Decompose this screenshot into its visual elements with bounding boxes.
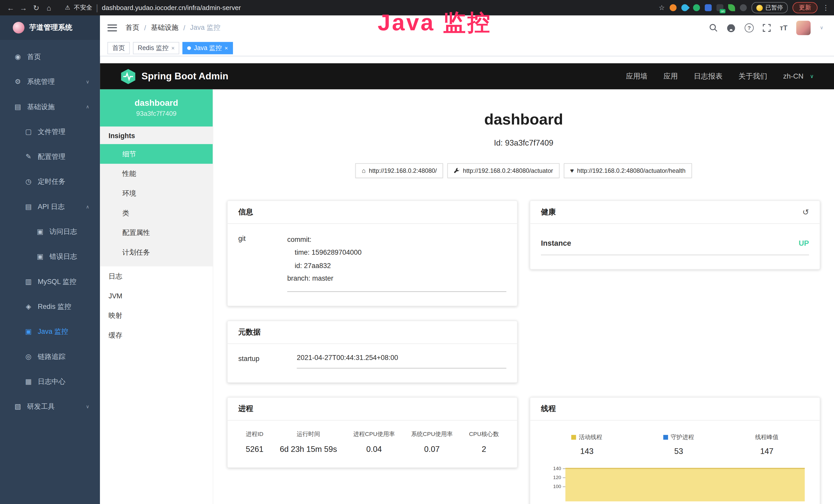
sidebar-item-error-logs[interactable]: ▣错误日志 <box>0 244 100 269</box>
sidebar-item-label: API 日志 <box>38 202 65 211</box>
process-col-process-cpu: 进程CPU使用率0.04 <box>353 430 395 453</box>
search-icon[interactable] <box>709 23 718 32</box>
info-card-title: 信息 <box>238 207 253 217</box>
document-icon: ▣ <box>36 228 44 235</box>
hamburger-icon[interactable] <box>107 24 117 31</box>
sidebar-item-system-management[interactable]: ⚙系统管理∨ <box>0 69 100 94</box>
font-size-icon[interactable]: тT <box>780 24 788 31</box>
process-card: 进程 进程ID5261 运行时间6d 23h 15m 59s 进程CPU使用率0… <box>227 397 518 467</box>
sidebar-item-log-center[interactable]: ▦日志中心 <box>0 369 100 394</box>
extension-icon-green[interactable] <box>693 4 700 11</box>
app-logo[interactable]: 芋道管理系统 <box>0 16 100 40</box>
process-header: 系统CPU使用率 <box>411 430 453 438</box>
back-icon[interactable]: ← <box>5 3 16 12</box>
browser-menu-icon[interactable]: ⋮ <box>822 4 829 12</box>
health-url-button[interactable]: ♥ http://192.168.0.2:48080/actuator/heal… <box>564 164 692 179</box>
sba-item-metrics[interactable]: 性能 <box>100 164 213 184</box>
reload-icon[interactable]: ↻ <box>31 3 41 12</box>
breadcrumb-infrastructure[interactable]: 基础设施 <box>151 23 178 32</box>
info-card: 信息 git commit: time: 1596289704000 id: 2… <box>227 201 518 306</box>
user-avatar[interactable] <box>796 21 811 35</box>
tab-home[interactable]: 首页 <box>107 42 130 54</box>
sidebar-item-access-logs[interactable]: ▣访问日志 <box>0 219 100 244</box>
sba-item-classes[interactable]: 类 <box>100 203 213 223</box>
address-bar[interactable]: ⚠ 不安全 dashboard.yudao.iocoder.cn/infra/a… <box>65 3 241 12</box>
extension-icon-vpn[interactable]: on <box>716 4 723 11</box>
breadcrumb-home[interactable]: 首页 <box>126 23 139 32</box>
extension-icon-drop[interactable] <box>680 3 690 13</box>
sidebar-item-scheduled-tasks[interactable]: ◷定时任务 <box>0 169 100 194</box>
service-url-button[interactable]: ⌂ http://192.168.0.2:48080/ <box>355 164 443 179</box>
sba-item-jvm[interactable]: JVM <box>100 286 213 306</box>
sba-nav-applications[interactable]: 应用 <box>663 72 678 81</box>
process-value: 2 <box>469 444 499 453</box>
avatar-caret-icon[interactable]: ∨ <box>820 25 824 30</box>
sidebar-item-tracing[interactable]: ◎链路追踪 <box>0 344 100 369</box>
sba-nav-wallboard[interactable]: 应用墙 <box>626 72 648 81</box>
git-commit-line: commit: <box>287 234 506 247</box>
sidebar-menu: ◉首页 ⚙系统管理∨ ▤基础设施∧ ▢文件管理 ✎配置管理 ◷定时任务 ▤API… <box>0 40 100 419</box>
sidebar-item-label: MySQL 监控 <box>38 277 76 286</box>
instance-name: dashboard <box>135 98 178 108</box>
threads-legend: 活动线程 143 守护进程 53 线程峰值 147 <box>541 430 809 455</box>
bookmark-star-icon[interactable]: ☆ <box>659 4 665 12</box>
close-icon[interactable] <box>224 45 228 51</box>
sidebar-item-mysql-monitor[interactable]: ▥MySQL 监控 <box>0 269 100 294</box>
update-button[interactable]: 更新 <box>792 2 817 13</box>
history-icon[interactable]: ↺ <box>803 207 809 217</box>
sba-item-details[interactable]: 细节 <box>100 144 213 164</box>
sba-item-scheduled-tasks[interactable]: 计划任务 <box>100 243 213 262</box>
sidebar-item-redis-monitor[interactable]: ◈Redis 监控 <box>0 294 100 319</box>
instance-header[interactable]: dashboard 93a3fc7f7409 <box>100 89 213 127</box>
browser-home-icon[interactable]: ⌂ <box>44 3 54 12</box>
gear-icon: ⚙ <box>14 77 22 86</box>
sba-brand[interactable]: Spring Boot Admin <box>120 68 228 84</box>
sba-locale-select[interactable]: zh-CN <box>783 72 804 81</box>
legend-value: 143 <box>571 446 602 456</box>
extension-icon-leaf[interactable] <box>728 4 735 11</box>
health-row-instance[interactable]: Instance UP <box>541 234 809 255</box>
health-url-label: http://192.168.0.2:48080/actuator/health <box>577 168 685 174</box>
fullscreen-icon[interactable] <box>763 24 771 31</box>
sba-item-logs[interactable]: 日志 <box>100 266 213 286</box>
sba-item-caches[interactable]: 缓存 <box>100 325 213 345</box>
process-header: 进程ID <box>246 430 264 438</box>
chevron-down-icon: ∨ <box>86 79 89 85</box>
breadcrumb: 首页 基础设施 Java 监控 <box>126 23 220 32</box>
health-row-label: Instance <box>541 239 571 248</box>
info-row-label: git <box>238 234 287 292</box>
sidebar-item-api-logs[interactable]: ▤API 日志∧ <box>0 194 100 219</box>
not-secure-warning-icon[interactable]: ⚠ <box>65 4 70 11</box>
forward-icon[interactable]: → <box>18 3 28 12</box>
sba-item-config-props[interactable]: 配置属性 <box>100 223 213 243</box>
sba-nav-journal[interactable]: 日志报表 <box>694 72 723 81</box>
sidebar-item-infrastructure[interactable]: ▤基础设施∧ <box>0 94 100 119</box>
sidebar-item-file-management[interactable]: ▢文件管理 <box>0 119 100 144</box>
document-icon: ▣ <box>36 253 44 260</box>
address-divider <box>96 3 98 12</box>
process-card-title: 进程 <box>238 404 253 413</box>
close-icon[interactable] <box>171 45 175 51</box>
tab-java-monitor[interactable]: Java 监控 <box>183 42 233 54</box>
extension-icon-paw[interactable] <box>740 4 747 11</box>
tab-redis-monitor[interactable]: Redis 监控 <box>133 42 179 54</box>
heartbeat-icon: ♥ <box>570 167 574 175</box>
extension-icon-orange[interactable] <box>670 4 677 11</box>
extension-icon-grid[interactable] <box>705 4 712 11</box>
sidebar-item-label: 研发工具 <box>27 402 55 411</box>
tab-label: Java 监控 <box>194 43 222 52</box>
sidebar-item-java-monitor[interactable]: ▣Java 监控 <box>0 319 100 344</box>
sba-item-mappings[interactable]: 映射 <box>100 306 213 325</box>
github-icon[interactable] <box>727 23 736 32</box>
help-icon[interactable]: ? <box>745 23 753 32</box>
sba-item-environment[interactable]: 环境 <box>100 183 213 203</box>
paused-badge[interactable]: 已暂停 <box>751 2 788 13</box>
sba-nav-about[interactable]: 关于我们 <box>739 72 767 81</box>
sidebar-item-config-management[interactable]: ✎配置管理 <box>0 144 100 169</box>
sidebar-item-home[interactable]: ◉首页 <box>0 44 100 69</box>
sidebar-item-dev-tools[interactable]: ▧研发工具∨ <box>0 394 100 419</box>
info-row-values: commit: time: 1596289704000 id: 27aa832 … <box>287 234 506 292</box>
breadcrumb-current: Java 监控 <box>190 23 220 32</box>
actuator-url-button[interactable]: http://192.168.0.2:48080/actuator <box>447 164 559 179</box>
threads-chart: 140 120 100 <box>541 464 809 501</box>
